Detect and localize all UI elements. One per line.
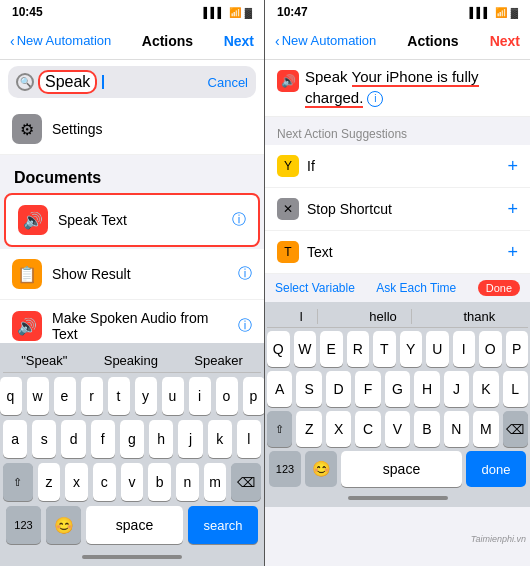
key-space[interactable]: space xyxy=(86,506,183,544)
right-suggest-hello[interactable]: hello xyxy=(355,309,411,324)
rkey-f[interactable]: F xyxy=(355,371,380,407)
rkey-e[interactable]: E xyxy=(320,331,343,367)
right-key-row-bottom: 123 😊 space done xyxy=(267,451,528,487)
suggest-speaking[interactable]: Speaking xyxy=(104,353,158,368)
right-battery-icon: ▓ xyxy=(511,7,518,18)
key-shift[interactable]: ⇧ xyxy=(3,463,33,501)
key-p[interactable]: p xyxy=(243,377,265,415)
key-delete[interactable]: ⌫ xyxy=(231,463,261,501)
speak-text-info-icon[interactable]: ⓘ xyxy=(232,211,246,229)
show-result-info-icon[interactable]: ⓘ xyxy=(238,265,252,283)
rkey-c[interactable]: C xyxy=(355,411,380,447)
right-text-plus-icon[interactable]: + xyxy=(507,242,518,263)
right-back-button[interactable]: ‹ New Automation xyxy=(275,33,376,49)
left-nav-title: Actions xyxy=(142,33,193,49)
left-nav-bar: ‹ New Automation Actions Next xyxy=(0,22,264,60)
rkey-w[interactable]: W xyxy=(294,331,317,367)
key-l[interactable]: l xyxy=(237,420,261,458)
key-q[interactable]: q xyxy=(0,377,22,415)
key-search-button[interactable]: search xyxy=(188,506,258,544)
rkey-p[interactable]: P xyxy=(506,331,529,367)
left-show-result-item[interactable]: 📋 Show Result ⓘ xyxy=(0,249,264,300)
rkey-v[interactable]: V xyxy=(385,411,410,447)
right-ask-each-time-button[interactable]: Ask Each Time xyxy=(376,281,456,295)
rkey-n[interactable]: N xyxy=(444,411,469,447)
key-d[interactable]: d xyxy=(61,420,85,458)
right-if-plus-icon[interactable]: + xyxy=(507,156,518,177)
right-suggest-thank[interactable]: thank xyxy=(449,309,509,324)
rkey-u[interactable]: U xyxy=(426,331,449,367)
left-status-time: 10:45 xyxy=(12,5,43,19)
key-numbers[interactable]: 123 xyxy=(6,506,41,544)
rkey-k[interactable]: K xyxy=(473,371,498,407)
rkey-numbers[interactable]: 123 xyxy=(269,451,301,487)
key-a[interactable]: a xyxy=(3,420,27,458)
left-back-button[interactable]: ‹ New Automation xyxy=(10,33,111,49)
key-e[interactable]: e xyxy=(54,377,76,415)
rkey-m[interactable]: M xyxy=(473,411,498,447)
right-speak-info-icon[interactable]: i xyxy=(367,91,383,107)
rkey-a[interactable]: A xyxy=(267,371,292,407)
key-m[interactable]: m xyxy=(204,463,227,501)
key-k[interactable]: k xyxy=(208,420,232,458)
key-r[interactable]: r xyxy=(81,377,103,415)
right-suggest-l[interactable]: l xyxy=(286,309,318,324)
key-n[interactable]: n xyxy=(176,463,199,501)
make-spoken-audio-info-icon[interactable]: ⓘ xyxy=(238,317,252,335)
rkey-h[interactable]: H xyxy=(414,371,439,407)
key-z[interactable]: z xyxy=(38,463,61,501)
suggest-speak[interactable]: "Speak" xyxy=(21,353,67,368)
right-suggestion-stop[interactable]: ✕ Stop Shortcut + xyxy=(265,188,530,231)
left-settings-item[interactable]: ⚙ Settings xyxy=(0,104,264,155)
rkey-b[interactable]: B xyxy=(414,411,439,447)
right-suggestion-text[interactable]: T Text + xyxy=(265,231,530,274)
rkey-r[interactable]: R xyxy=(347,331,370,367)
rkey-q[interactable]: Q xyxy=(267,331,290,367)
key-j[interactable]: j xyxy=(178,420,202,458)
rkey-o[interactable]: O xyxy=(479,331,502,367)
left-cancel-button[interactable]: Cancel xyxy=(208,75,248,90)
rkey-x[interactable]: X xyxy=(326,411,351,447)
key-g[interactable]: g xyxy=(120,420,144,458)
right-speak-area[interactable]: 🔊 Speak Your iPhone is fully charged. i xyxy=(265,60,530,117)
rkey-space[interactable]: space xyxy=(341,451,462,487)
key-w[interactable]: w xyxy=(27,377,49,415)
key-x[interactable]: x xyxy=(65,463,88,501)
key-s[interactable]: s xyxy=(32,420,56,458)
rkey-s[interactable]: S xyxy=(296,371,321,407)
right-stop-plus-icon[interactable]: + xyxy=(507,199,518,220)
rkey-i[interactable]: I xyxy=(453,331,476,367)
key-b[interactable]: b xyxy=(148,463,171,501)
key-y[interactable]: y xyxy=(135,377,157,415)
right-key-row-2: A S D F G H J K L xyxy=(267,371,528,407)
rkey-z[interactable]: Z xyxy=(296,411,321,447)
rkey-t[interactable]: T xyxy=(373,331,396,367)
key-h[interactable]: h xyxy=(149,420,173,458)
rkey-l[interactable]: L xyxy=(503,371,528,407)
key-f[interactable]: f xyxy=(91,420,115,458)
rkey-g[interactable]: G xyxy=(385,371,410,407)
left-next-button[interactable]: Next xyxy=(224,33,254,49)
rkey-y[interactable]: Y xyxy=(400,331,423,367)
rkey-shift[interactable]: ⇧ xyxy=(267,411,292,447)
right-suggestion-if[interactable]: Y If + xyxy=(265,145,530,188)
rkey-done-button[interactable]: done xyxy=(466,451,526,487)
key-o[interactable]: o xyxy=(216,377,238,415)
suggest-speaker[interactable]: Speaker xyxy=(194,353,242,368)
left-make-spoken-audio-item[interactable]: 🔊 Make Spoken Audio from Text ⓘ xyxy=(0,300,264,343)
key-u[interactable]: u xyxy=(162,377,184,415)
rkey-d[interactable]: D xyxy=(326,371,351,407)
key-i[interactable]: i xyxy=(189,377,211,415)
key-emoji[interactable]: 😊 xyxy=(46,506,81,544)
key-v[interactable]: v xyxy=(121,463,144,501)
key-t[interactable]: t xyxy=(108,377,130,415)
rkey-j[interactable]: J xyxy=(444,371,469,407)
left-speak-text-item[interactable]: 🔊 Speak Text ⓘ xyxy=(4,193,260,247)
right-select-variable-button[interactable]: Select Variable xyxy=(275,281,355,295)
right-done-badge[interactable]: Done xyxy=(478,280,520,296)
rkey-emoji[interactable]: 😊 xyxy=(305,451,337,487)
left-search-box[interactable]: 🔍 Speak Cancel xyxy=(8,66,256,98)
key-c[interactable]: c xyxy=(93,463,116,501)
right-next-button[interactable]: Next xyxy=(490,33,520,49)
rkey-delete[interactable]: ⌫ xyxy=(503,411,528,447)
